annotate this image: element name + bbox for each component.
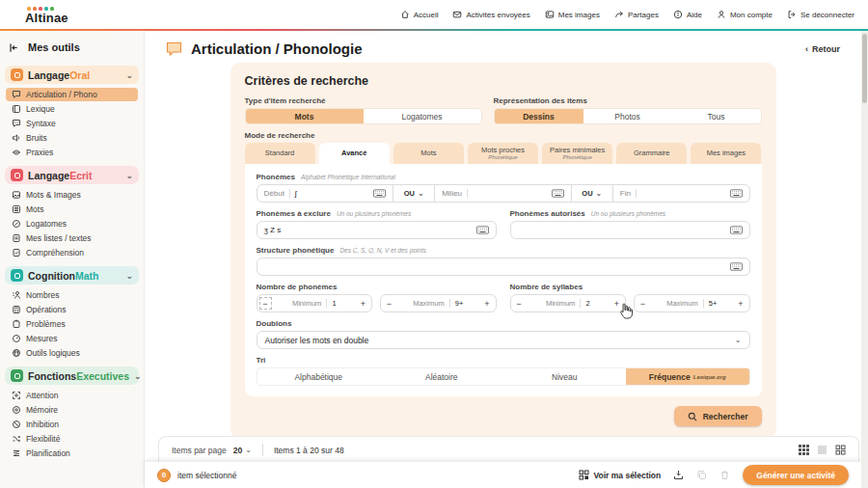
operator-select-1[interactable]: OU ⌄ [393, 185, 435, 202]
plus-button[interactable]: + [355, 295, 371, 312]
minus-button[interactable]: − [381, 295, 397, 312]
sidebar-item-planification[interactable]: Planification [6, 447, 138, 460]
sidebar-item-mes-listes-textes[interactable]: Mes listes / textes [6, 231, 138, 245]
list-view-icon[interactable] [817, 445, 827, 455]
trash-icon[interactable] [719, 470, 730, 480]
repr-option-photos[interactable]: Photos [583, 109, 672, 123]
option-label: Photos [614, 112, 639, 122]
doublons-select[interactable]: Autoriser les mots en double ⌄ [257, 331, 750, 349]
keyboard-icon[interactable] [730, 226, 743, 234]
sidebar-item-label: Syntaxe [26, 119, 56, 128]
section-header-cognition-math[interactable]: CognitionMath ⌄ [5, 266, 139, 285]
keyboard-icon[interactable] [730, 189, 743, 198]
sidebar-item-flexibilite[interactable]: Flexibilité [6, 432, 138, 446]
stepper-field[interactable]: Maximum9+ [397, 295, 479, 312]
sidebar-item-outils-logiques[interactable]: Outils logiques [6, 346, 138, 360]
tri-option-frequence[interactable]: FréquenceLexique.org [626, 368, 749, 385]
copy-icon[interactable] [696, 470, 707, 480]
sidebar-item-mots[interactable]: Mots [6, 203, 138, 216]
save-selection-icon[interactable] [673, 470, 684, 480]
flow-icon [12, 448, 21, 458]
scrollbar-thumb[interactable] [862, 34, 867, 103]
sidebar-item-lexique[interactable]: Lexique [6, 102, 138, 116]
tab-paires-minimales[interactable]: Paires minimalesPhonétique [542, 143, 612, 164]
nav-aide[interactable]: Aide [673, 10, 702, 19]
operator-select-2[interactable]: OU ⌄ [571, 185, 613, 202]
repr-option-tous[interactable]: Tous [672, 109, 761, 123]
phoneme-milieu-field[interactable]: Milieu [435, 185, 571, 202]
repr-option-dessins[interactable]: Dessins [495, 109, 583, 123]
sidebar-item-logatomes[interactable]: Logatomes [6, 217, 138, 230]
allowed-input[interactable] [510, 221, 750, 239]
sidebar-item-praxies[interactable]: Praxies [6, 146, 138, 159]
section-header-langage-oral[interactable]: LangageOral ⌄ [5, 66, 139, 84]
tri-option-aleatoire[interactable]: Aléatoire [380, 368, 503, 385]
sidebar-item-label: Bruits [26, 133, 47, 143]
sidebar-item-problemes[interactable]: Problèmes [6, 317, 138, 331]
minus-button[interactable]: − [511, 295, 528, 312]
exclude-allowed-row: Phonèmes à exclure Un ou plusieurs phonè… [257, 203, 750, 239]
items-per-page-select[interactable]: 20 [233, 446, 242, 455]
back-button[interactable]: ‹ Retour [805, 44, 840, 54]
sidebar-item-mesures[interactable]: Mesures [6, 332, 138, 345]
sidebar-item-articulation-phono[interactable]: Articulation / Phono [6, 88, 138, 101]
nav-activites-envoyees[interactable]: Activités envoyées [452, 10, 529, 19]
tab-avance[interactable]: Avancé [319, 143, 390, 164]
search-button[interactable]: Rechercher [674, 406, 762, 426]
sidebar-item-bruits[interactable]: Bruits [6, 131, 138, 145]
item-type-option-mots[interactable]: Mots [246, 109, 364, 123]
plus-button[interactable]: + [479, 295, 496, 312]
large-grid-view-icon[interactable] [835, 445, 846, 455]
exclude-input[interactable]: ʒ Z s [257, 221, 497, 239]
logo[interactable]: Altinae [25, 5, 68, 24]
plus-button[interactable]: + [733, 295, 749, 312]
nav-se-deconnecter[interactable]: Se déconnecter [787, 10, 854, 19]
nav-accueil[interactable]: Accueil [400, 10, 439, 19]
sidebar-item-inhibition[interactable]: Inhibition [6, 418, 138, 431]
minus-button[interactable]: − [635, 295, 651, 312]
stepper-field[interactable]: Minimum2 [528, 295, 610, 312]
stepper-field[interactable]: Maximum5+ [651, 295, 733, 312]
generate-activity-button[interactable]: Générer une activité [743, 465, 849, 485]
keyboard-icon[interactable] [476, 226, 489, 234]
section-header-fonctions-executives[interactable]: FonctionsExecutives ⌄ [5, 366, 139, 385]
tab-mots-proches[interactable]: Mots prochesPhonétique [468, 143, 538, 164]
structure-input[interactable] [257, 258, 750, 276]
inhibition-icon [12, 420, 21, 429]
nav-mon-compte[interactable]: Mon compte [717, 10, 773, 19]
sidebar-collapse-header[interactable]: Mes outils [5, 40, 139, 59]
items-range-text: Items 1 à 20 sur 48 [274, 446, 344, 455]
keyboard-icon[interactable] [373, 189, 386, 198]
keyboard-icon[interactable] [552, 189, 564, 198]
sidebar-item-comprehension[interactable]: Compréhension [6, 246, 138, 259]
chevron-down-icon[interactable]: ⌄ [245, 446, 252, 454]
tri-option-niveau[interactable]: Niveau [503, 368, 627, 385]
keyboard-icon[interactable] [730, 262, 743, 271]
phoneme-fin-field[interactable]: Fin [613, 185, 749, 202]
allowed-label: Phonèmes autorisés [510, 209, 585, 218]
view-selection-button[interactable]: Voir ma sélection [579, 470, 662, 480]
sidebar-item-operations[interactable]: Opérations [6, 303, 138, 316]
scrollbar-track[interactable] [861, 31, 868, 488]
sidebar-item-syntaxe[interactable]: Syntaxe [6, 117, 138, 130]
tab-grammaire[interactable]: Grammaire [616, 143, 687, 164]
item-type-option-logatomes[interactable]: Logatomes [364, 109, 481, 123]
tab-mots[interactable]: Mots [393, 143, 464, 164]
tab-standard[interactable]: Standard [245, 143, 315, 164]
sidebar-item-nombres[interactable]: Nombres [6, 288, 138, 302]
sidebar-item-memoire[interactable]: Mémoire [6, 403, 138, 417]
sidebar-item-mots-images[interactable]: Mots & Images [6, 188, 138, 202]
section-header-langage-ecrit[interactable]: LangageEcrit ⌄ [5, 166, 139, 184]
divider [449, 299, 450, 308]
stepper-value: 2 [585, 299, 589, 308]
plus-button[interactable]: + [609, 295, 625, 312]
grid-view-icon[interactable] [799, 445, 809, 455]
sidebar-item-attention[interactable]: Attention [6, 389, 138, 402]
nav-mes-images[interactable]: Mes images [545, 10, 600, 19]
stepper-field[interactable]: Minimum1 [274, 295, 356, 312]
phoneme-debut-field[interactable]: Début ʃ [258, 185, 393, 202]
minus-button[interactable]: − [258, 295, 274, 312]
tab-mes-images[interactable]: Mes images [691, 143, 761, 164]
nav-partages[interactable]: Partages [614, 10, 659, 19]
tri-option-alphabetique[interactable]: Alphabétique [258, 368, 381, 385]
